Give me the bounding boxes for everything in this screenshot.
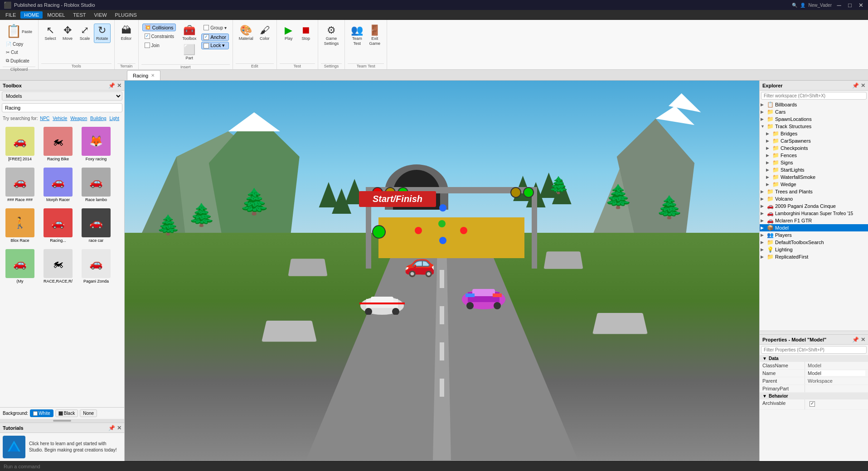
- cut-button[interactable]: ✂ Cut: [4, 48, 34, 56]
- properties-search-input[interactable]: [761, 346, 867, 354]
- properties-close-button[interactable]: ✕: [861, 336, 865, 343]
- tree-item-waterfallsmoke[interactable]: ▶ 📁 WaterfallSmoke: [760, 173, 868, 181]
- category-dropdown[interactable]: Models Decals Audio: [2, 91, 122, 101]
- bg-white-button[interactable]: White: [30, 409, 53, 417]
- tree-item-fences[interactable]: ▶ 📁 Fences: [760, 152, 868, 159]
- props-name-input[interactable]: [808, 370, 865, 376]
- scale-button[interactable]: ⤢ Scale: [77, 24, 93, 43]
- play-button[interactable]: ▶ Play: [281, 24, 297, 43]
- tree-item-signs[interactable]: ▶ 📁 Signs: [760, 159, 868, 166]
- exit-game-button[interactable]: 🚪 ExitGame: [366, 24, 383, 48]
- toolbox-button[interactable]: 🧰 Toolbox: [180, 24, 199, 43]
- tree-item-wedge[interactable]: ▶ 📁 Wedge: [760, 181, 868, 188]
- duplicate-button[interactable]: ⧉ Duplicate: [4, 57, 34, 65]
- paste-button[interactable]: 📋 Paste: [4, 24, 34, 40]
- tree-item-pagani2009[interactable]: ▶ 🚗 2009 Pagani Zonda Cinque: [760, 202, 868, 210]
- tree-item-lamborghini[interactable]: ▶ 🚗 Lamborghini Huracan Super Trofeo '15: [760, 210, 868, 217]
- suggestion-weapon[interactable]: Weapon: [70, 116, 87, 121]
- menu-home[interactable]: HOME: [20, 11, 43, 19]
- toolbox-item-raceracer[interactable]: 🏍 RACE,RACE,R/: [40, 247, 76, 286]
- explorer-hscroll[interactable]: [760, 331, 868, 334]
- tree-item-replicatedfirst[interactable]: ▶ 📁 ReplicatedFirst: [760, 253, 868, 260]
- tree-item-trackstructures[interactable]: ▼ 📁 Track Structures: [760, 123, 868, 130]
- tree-item-cars[interactable]: ▶ 📁 Cars: [760, 108, 868, 115]
- join-button[interactable]: Join: [142, 41, 162, 49]
- viewport-tab-racing[interactable]: Racing ✕: [127, 70, 160, 80]
- archivable-checkbox[interactable]: [810, 401, 815, 407]
- tree-item-volcano[interactable]: ▶ 📁 Volcano: [760, 195, 868, 202]
- stop-button[interactable]: ⏹ Stop: [298, 24, 314, 43]
- tutorials-content[interactable]: Click here to learn and get started with…: [0, 433, 124, 461]
- bg-none-button[interactable]: None: [80, 409, 97, 417]
- select-button[interactable]: ↖ Select: [42, 24, 58, 43]
- sel-dot-right[interactable]: [460, 227, 467, 234]
- toolbox-close-button[interactable]: ✕: [117, 82, 121, 89]
- suggestion-vehicle[interactable]: Vehicle: [53, 116, 67, 121]
- close-button[interactable]: ✕: [857, 2, 864, 9]
- sel-dot-top[interactable]: [439, 204, 446, 211]
- tree-item-treesandplants[interactable]: ▶ 📁 Trees and Plants: [760, 188, 868, 195]
- bg-black-button[interactable]: Black: [55, 409, 78, 417]
- move-button[interactable]: ✥ Move: [59, 24, 76, 43]
- team-test-button[interactable]: 👥 TeamTest: [349, 24, 365, 48]
- tutorials-close-button[interactable]: ✕: [117, 425, 121, 431]
- menu-plugins[interactable]: PLUGINS: [112, 11, 141, 19]
- menu-view[interactable]: VIEW: [90, 11, 110, 19]
- tree-item-billboards[interactable]: ▶ 📋 Billboards: [760, 101, 868, 108]
- toolbox-item-bloxrace[interactable]: 🚶 Blox Race: [2, 206, 38, 245]
- lock-button[interactable]: Lock ▾: [201, 42, 229, 49]
- tree-item-lighting[interactable]: ▶ 💡 Lighting: [760, 246, 868, 253]
- toolbox-item-racelambo[interactable]: 🚗 Race lambo: [78, 165, 114, 204]
- tree-item-startlights[interactable]: ▶ 📁 StartLights: [760, 166, 868, 173]
- toolbox-item-morphracer[interactable]: 🚗 Morph Racer: [40, 165, 76, 204]
- toolbox-item-free2014[interactable]: 🚗 [FREE] 2014: [2, 125, 38, 163]
- props-val-archivable[interactable]: [805, 399, 868, 409]
- constraints-button[interactable]: Constraints: [142, 32, 177, 40]
- props-val-name[interactable]: [805, 370, 868, 377]
- toolbox-item-paganizonda[interactable]: 🚗 Pagani Zonda: [78, 247, 114, 286]
- menu-test[interactable]: TEST: [69, 11, 89, 19]
- explorer-close-button[interactable]: ✕: [861, 82, 865, 89]
- properties-pin-button[interactable]: 📌: [852, 336, 859, 343]
- toolbox-search-input[interactable]: [2, 103, 122, 112]
- viewport[interactable]: Start/Finish: [125, 81, 759, 461]
- toolbox-category-select[interactable]: Models Decals Audio: [0, 91, 124, 101]
- tree-item-carspawners[interactable]: ▶ 📁 CarSpawners: [760, 137, 868, 144]
- tree-item-bridges[interactable]: ▶ 📁 Bridges: [760, 130, 868, 137]
- sel-dot-center[interactable]: [438, 220, 446, 227]
- toolbox-item-racerace[interactable]: 🚗 ### Race ###: [2, 165, 38, 204]
- game-settings-button[interactable]: ⚙ GameSettings: [322, 24, 341, 48]
- tree-item-checkpoints[interactable]: ▶ 📁 Checkpoints: [760, 144, 868, 152]
- sel-dot-bottom[interactable]: [439, 237, 446, 244]
- tree-item-mclaren[interactable]: ▶ 🚗 Mclaren F1 GTR: [760, 217, 868, 224]
- suggestion-building[interactable]: Building: [90, 116, 107, 121]
- suggestion-npc[interactable]: NPC: [40, 116, 49, 121]
- menu-model[interactable]: MODEL: [44, 11, 68, 19]
- tree-item-players[interactable]: ▶ 👥 Players: [760, 231, 868, 239]
- command-input[interactable]: [4, 464, 140, 469]
- part-button[interactable]: ⬜ Part: [181, 43, 198, 62]
- toolbox-pin-button[interactable]: 📌: [108, 82, 115, 89]
- toolbox-item-foxyracing[interactable]: 🦊 Foxy racing: [78, 125, 114, 163]
- collisions-button[interactable]: 💥 Collisions: [142, 24, 176, 31]
- material-button[interactable]: 🎨 Material: [237, 24, 256, 43]
- tutorials-pin-button[interactable]: 📌: [108, 425, 115, 431]
- toolbox-item-racecar[interactable]: 🚗 race car: [78, 206, 114, 245]
- props-section-behavior[interactable]: ▼ Behavior: [760, 393, 868, 399]
- color-button[interactable]: 🖌 Color: [257, 24, 273, 43]
- menu-file[interactable]: FILE: [2, 11, 19, 19]
- tree-item-model[interactable]: ▶ 📦 Model: [760, 224, 868, 231]
- rotate-button[interactable]: ↻ Rotate: [94, 24, 111, 43]
- explorer-pin-button[interactable]: 📌: [852, 82, 859, 89]
- tree-item-spawnlocations[interactable]: ▶ 📁 SpawnLocations: [760, 115, 868, 123]
- maximize-button[interactable]: □: [846, 2, 853, 9]
- props-section-data[interactable]: ▼ Data: [760, 355, 868, 362]
- toolbox-item-racing[interactable]: 🚗 Racing...: [40, 206, 76, 245]
- explorer-search-input[interactable]: [761, 92, 867, 100]
- anchor-button[interactable]: Anchor: [201, 34, 229, 41]
- toolbox-item-my[interactable]: 🚗 (My: [2, 247, 38, 286]
- toolbox-item-racingbike[interactable]: 🏍 Racing Bike: [40, 125, 76, 163]
- minimize-button[interactable]: ─: [835, 2, 843, 9]
- tree-item-defaulttoolboxsearch[interactable]: ▶ 📁 DefaultToolboxSearch: [760, 239, 868, 246]
- copy-button[interactable]: 📄 Copy: [4, 40, 34, 48]
